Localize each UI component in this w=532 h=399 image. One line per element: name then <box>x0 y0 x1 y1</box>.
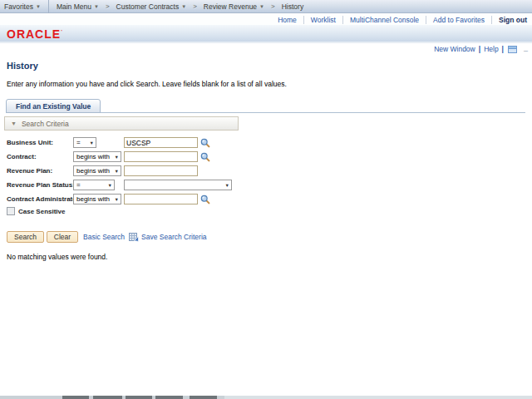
breadcrumb-separator: > <box>271 2 275 10</box>
breadcrumb-current: History <box>282 2 303 11</box>
breadcrumb-label: Customer Contracts <box>116 2 180 11</box>
lookup-icon[interactable] <box>200 138 210 148</box>
breadcrumb-item-history: History <box>278 0 308 13</box>
breadcrumb-item-customer-contracts[interactable]: Customer Contracts ▼ <box>112 0 191 13</box>
operator-select[interactable]: = ▼ <box>73 137 96 148</box>
chevron-down-icon: ▼ <box>113 169 121 174</box>
field-label: Revenue Plan Status: <box>7 181 75 189</box>
menu-favorites[interactable]: Favorites ▼ <box>0 0 45 13</box>
oracle-logo: ORACLE’ <box>7 27 62 41</box>
case-sensitive-label: Case Sensitive <box>18 208 65 215</box>
strip-dark-segment <box>62 396 89 399</box>
strip-dark-segment <box>126 396 152 399</box>
field-row-revenue-plan-status: Revenue Plan Status: = ▼ ▼ <box>0 180 532 191</box>
save-search-criteria-link[interactable]: Save Search Criteria <box>141 233 206 241</box>
field-label: Contract Administrator: <box>7 195 81 203</box>
operator-select[interactable]: = ▼ <box>73 180 115 190</box>
field-row-contract-administrator: Contract Administrator: begins with ▼ <box>0 194 532 205</box>
save-search-icon[interactable] <box>129 233 139 242</box>
strip-dark-segment <box>93 396 122 399</box>
lookup-icon[interactable] <box>200 152 210 162</box>
breadcrumb-item-review-revenue[interactable]: Review Revenue ▼ <box>200 0 268 13</box>
page-title: History <box>7 61 38 71</box>
result-message: No matching values were found. <box>7 253 107 261</box>
operator-select[interactable]: begins with ▼ <box>73 151 121 162</box>
pagebar-separator: | <box>502 45 504 53</box>
brand-band: ORACLE’ <box>0 25 532 42</box>
new-window-icon[interactable] <box>508 46 517 53</box>
operator-value: begins with <box>74 167 110 175</box>
chevron-down-icon: ▼ <box>113 197 121 202</box>
breadcrumb-divider <box>48 0 49 13</box>
contract-administrator-input[interactable] <box>124 194 198 204</box>
help-link[interactable]: Help <box>484 45 498 53</box>
action-bar: Search Clear Basic Search Save Search Cr… <box>7 231 207 243</box>
field-row-revenue-plan: Revenue Plan: begins with ▼ <box>0 165 532 177</box>
revenue-plan-input[interactable] <box>124 165 198 176</box>
search-button[interactable]: Search <box>7 231 44 243</box>
chevron-down-icon: ▼ <box>181 4 186 9</box>
chevron-down-icon: ▼ <box>94 4 99 9</box>
chevron-down-icon: ▼ <box>36 4 41 9</box>
main-menu-label: Main Menu <box>57 2 91 11</box>
strip-light-segment <box>224 396 532 399</box>
strip-dark-segment <box>190 396 217 399</box>
field-label: Revenue Plan: <box>7 167 52 175</box>
chevron-down-icon: ▼ <box>88 140 96 145</box>
worklist-link[interactable]: Worklist <box>304 16 343 24</box>
breadcrumb-separator: > <box>106 2 110 10</box>
bottom-status-strip <box>0 396 532 399</box>
chevron-down-icon: ▼ <box>224 183 231 188</box>
chevron-down-icon: ▼ <box>113 155 121 160</box>
operator-value: begins with <box>74 153 110 160</box>
multichannel-console-link[interactable]: MultiChannel Console <box>343 16 426 24</box>
chevron-down-icon: ▼ <box>106 183 114 188</box>
breadcrumb-label: Review Revenue <box>204 2 257 11</box>
strip-dark-segment <box>155 396 183 399</box>
lookup-icon[interactable] <box>200 195 210 204</box>
operator-select[interactable]: begins with ▼ <box>73 165 121 176</box>
pagebar: New Window | Help | <box>434 45 517 53</box>
minimize-dash: – <box>524 47 528 55</box>
breadcrumb: Favorites ▼ Main Menu ▼ > Customer Contr… <box>0 0 532 13</box>
pagebar-separator: | <box>479 45 480 53</box>
new-window-link[interactable]: New Window <box>434 45 475 53</box>
operator-value: = <box>74 139 81 146</box>
favorites-label: Favorites <box>4 2 33 11</box>
add-to-favorites-link[interactable]: Add to Favorites <box>426 16 492 24</box>
sign-out-link[interactable]: Sign out <box>492 16 532 24</box>
collapse-triangle-icon: ▼ <box>11 121 17 126</box>
section-label: Search Criteria <box>22 120 69 128</box>
application-window: Favorites ▼ Main Menu ▼ > Customer Contr… <box>0 0 532 399</box>
search-criteria-header[interactable]: ▼ Search Criteria <box>4 116 239 131</box>
field-label: Contract: <box>7 153 37 160</box>
menu-main-menu[interactable]: Main Menu ▼ <box>52 0 103 13</box>
utility-nav: Home Worklist MultiChannel Console Add t… <box>0 14 532 25</box>
contract-input[interactable] <box>124 151 198 162</box>
operator-value: = <box>74 181 81 189</box>
clear-button[interactable]: Clear <box>47 231 78 243</box>
chevron-down-icon: ▼ <box>259 4 264 9</box>
case-sensitive-row: Case Sensitive <box>7 207 65 215</box>
field-row-contract: Contract: begins with ▼ <box>0 151 532 163</box>
home-link[interactable]: Home <box>271 16 304 24</box>
operator-value: begins with <box>74 195 110 203</box>
search-instructions: Enter any information you have and click… <box>7 80 287 88</box>
breadcrumb-separator: > <box>193 2 197 10</box>
business-unit-input[interactable] <box>124 137 198 148</box>
field-label: Business Unit: <box>7 139 53 146</box>
tab-find-existing-value[interactable]: Find an Existing Value <box>6 99 101 113</box>
operator-select[interactable]: begins with ▼ <box>73 194 121 204</box>
case-sensitive-checkbox[interactable] <box>7 207 15 215</box>
field-row-business-unit: Business Unit: = ▼ <box>0 137 532 149</box>
revenue-plan-status-select[interactable]: ▼ <box>124 180 232 190</box>
basic-search-link[interactable]: Basic Search <box>83 233 125 241</box>
